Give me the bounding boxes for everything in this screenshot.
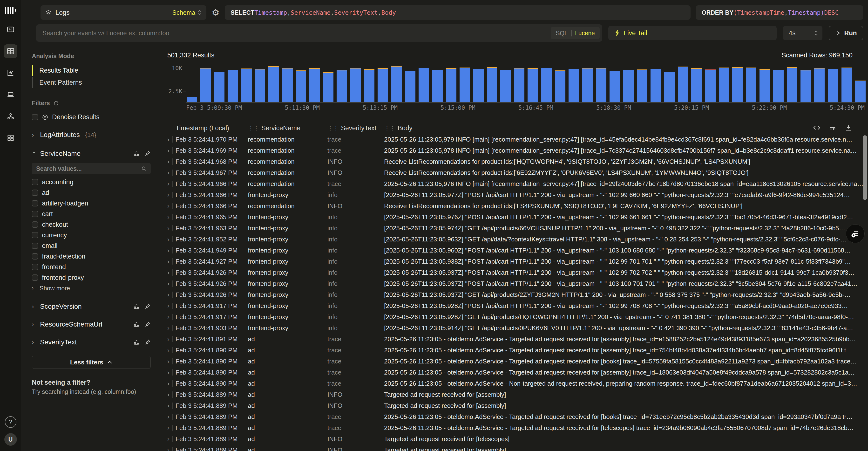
- service-value-item[interactable]: artillery-loadgen: [32, 198, 151, 209]
- table-row[interactable]: › Feb 3 5:24:41.890 PM ad trace 2025-05-…: [164, 367, 868, 378]
- filter-values-search-input[interactable]: [32, 163, 151, 174]
- histogram-bar[interactable]: [678, 65, 688, 102]
- expand-row-icon[interactable]: ›: [167, 258, 169, 265]
- histogram-bar[interactable]: [255, 65, 266, 102]
- pin-icon[interactable]: [145, 303, 151, 310]
- histogram-bar[interactable]: [241, 65, 252, 102]
- help-icon[interactable]: ?: [5, 416, 17, 428]
- histogram-bar[interactable]: [350, 65, 361, 102]
- table-row[interactable]: › Feb 3 5:24:41.926 PM frontend-proxy in…: [164, 278, 868, 289]
- filter-group-item[interactable]: › SeverityText: [32, 337, 151, 347]
- histogram-bar[interactable]: [651, 65, 661, 102]
- histogram-bar[interactable]: [391, 65, 402, 102]
- histogram-bar[interactable]: [227, 65, 238, 102]
- checkbox[interactable]: [32, 232, 38, 238]
- download-icon[interactable]: [845, 124, 852, 131]
- expand-row-icon[interactable]: ›: [167, 180, 169, 188]
- show-more-button[interactable]: › Show more: [32, 283, 151, 294]
- checkbox[interactable]: [32, 179, 38, 185]
- col-severitytext[interactable]: ⋮⋮SeverityText: [328, 124, 384, 132]
- histogram-bar[interactable]: [528, 65, 538, 102]
- query-language-toggle[interactable]: SQL Lucene: [551, 27, 600, 39]
- histogram-bar[interactable]: [309, 65, 320, 102]
- expand-row-icon[interactable]: ›: [167, 402, 169, 410]
- pin-icon[interactable]: [145, 339, 151, 345]
- col-timestamp[interactable]: Timestamp (Local): [176, 124, 248, 132]
- histogram-bar[interactable]: [200, 65, 211, 102]
- orderby-clause-input[interactable]: ORDER BY (TimestampTime, Timestamp) DESC: [696, 5, 863, 20]
- expand-row-icon[interactable]: ›: [167, 446, 169, 451]
- expand-row-icon[interactable]: ›: [167, 369, 169, 376]
- histogram-bar[interactable]: [405, 65, 415, 102]
- expand-row-icon[interactable]: ›: [167, 236, 169, 243]
- bar-chart-icon[interactable]: [133, 339, 140, 345]
- checkbox[interactable]: [32, 114, 38, 120]
- checkbox[interactable]: [32, 264, 38, 270]
- table-row[interactable]: › Feb 3 5:24:41.891 PM ad trace 2025-05-…: [164, 334, 868, 344]
- denoise-results-toggle[interactable]: Denoise Results: [32, 113, 151, 121]
- histogram-bar[interactable]: [282, 65, 293, 102]
- table-row[interactable]: › Feb 3 5:24:41.963 PM frontend-proxy in…: [164, 222, 868, 234]
- refresh-icon[interactable]: [53, 100, 59, 106]
- dashboards-icon[interactable]: [4, 131, 18, 145]
- bar-chart-icon[interactable]: [133, 150, 140, 157]
- table-row[interactable]: › Feb 3 5:24:41.917 PM frontend-proxy in…: [164, 300, 868, 311]
- pin-icon[interactable]: [145, 321, 151, 328]
- expand-row-icon[interactable]: ›: [167, 136, 169, 143]
- pin-icon[interactable]: [145, 150, 151, 157]
- expand-row-icon[interactable]: ›: [167, 324, 169, 332]
- expand-row-icon[interactable]: ›: [167, 380, 169, 387]
- filter-group-item[interactable]: › ScopeVersion: [32, 302, 151, 311]
- histogram-bar[interactable]: [664, 65, 675, 102]
- run-button[interactable]: Run: [829, 26, 863, 40]
- checkbox[interactable]: [32, 243, 38, 249]
- filter-group-servicename[interactable]: › ServiceName: [32, 150, 151, 157]
- user-avatar[interactable]: U: [4, 433, 17, 446]
- histogram-bar[interactable]: [487, 65, 497, 102]
- table-row[interactable]: › Feb 3 5:24:41.903 PM frontend-proxy in…: [164, 323, 868, 334]
- histogram-bar[interactable]: [460, 65, 470, 102]
- table-row[interactable]: › Feb 3 5:24:41.927 PM frontend-proxy in…: [164, 256, 868, 267]
- histogram-bar[interactable]: [555, 65, 566, 102]
- analysis-mode-item[interactable]: Event Patterns: [32, 77, 151, 89]
- col-servicename[interactable]: ⋮⋮ServiceName: [248, 124, 328, 132]
- service-value-item[interactable]: checkout: [32, 219, 151, 230]
- histogram-bar[interactable]: [801, 65, 811, 102]
- logs-table-icon[interactable]: [4, 44, 18, 58]
- histogram-bar[interactable]: [596, 65, 607, 102]
- service-value-item[interactable]: ad: [32, 187, 151, 198]
- table-row[interactable]: › Feb 3 5:24:41.890 PM ad trace 2025-05-…: [164, 378, 868, 389]
- expand-row-icon[interactable]: ›: [167, 424, 169, 432]
- histogram-bar[interactable]: [787, 65, 797, 102]
- histogram-bar[interactable]: [337, 65, 347, 102]
- histogram-bar[interactable]: [500, 65, 511, 102]
- checkbox[interactable]: [32, 253, 38, 260]
- scroll-options-button[interactable]: [846, 224, 865, 243]
- table-row[interactable]: › Feb 3 5:24:41.889 PM ad INFO Targeted …: [164, 445, 868, 451]
- table-row[interactable]: › Feb 3 5:24:41.889 PM ad INFO Targeted …: [164, 433, 868, 445]
- histogram-bar[interactable]: [473, 65, 484, 102]
- expand-row-icon[interactable]: ›: [167, 291, 169, 299]
- filter-group-item[interactable]: › ResourceSchemaUrl: [32, 320, 151, 329]
- expand-row-icon[interactable]: ›: [167, 213, 169, 221]
- sql-toggle[interactable]: SQL: [556, 30, 568, 37]
- histogram-bar[interactable]: [732, 65, 743, 102]
- table-row[interactable]: › Feb 3 5:24:41.966 PM recommendation IN…: [164, 201, 868, 212]
- drag-handle-icon[interactable]: ⋮⋮: [248, 125, 259, 131]
- code-view-icon[interactable]: [813, 124, 820, 131]
- topology-icon[interactable]: [4, 110, 18, 123]
- less-filters-button[interactable]: Less filters: [32, 356, 151, 369]
- expand-row-icon[interactable]: ›: [167, 269, 169, 276]
- histogram-bar[interactable]: [841, 65, 852, 102]
- select-clause-input[interactable]: SELECT Timestamp, ServiceName, SeverityT…: [225, 5, 690, 20]
- histogram-bar[interactable]: [582, 65, 593, 102]
- histogram-bar[interactable]: [855, 65, 866, 102]
- expand-row-icon[interactable]: ›: [167, 313, 169, 321]
- histogram-bar[interactable]: [268, 65, 279, 102]
- service-value-item[interactable]: currency: [32, 230, 151, 240]
- table-row[interactable]: › Feb 3 5:24:41.889 PM ad INFO Targeted …: [164, 400, 868, 411]
- expand-row-icon[interactable]: ›: [167, 413, 169, 421]
- live-tail-button[interactable]: Live Tail: [608, 26, 777, 40]
- gear-icon[interactable]: ⚙: [212, 8, 219, 17]
- drag-handle-icon[interactable]: ⋮⋮: [328, 125, 339, 131]
